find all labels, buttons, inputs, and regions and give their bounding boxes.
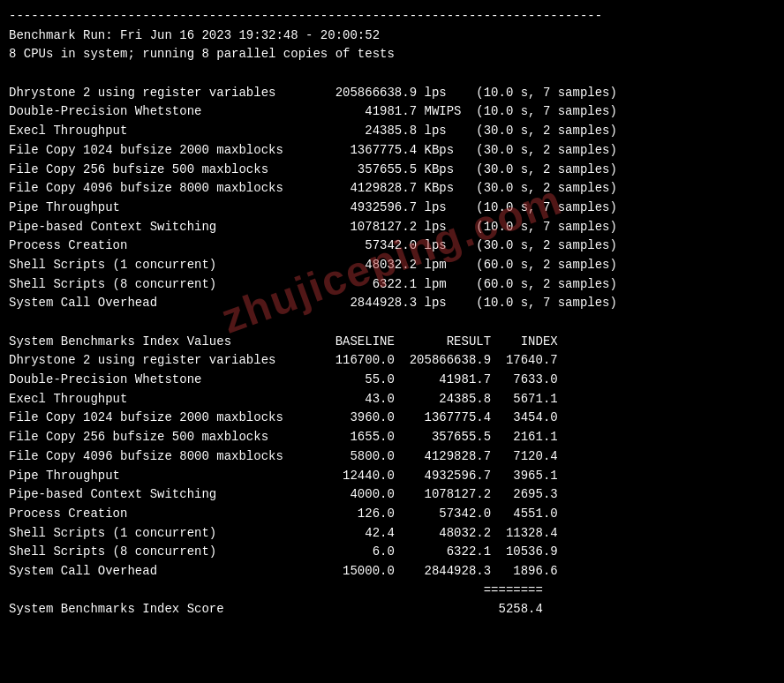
raw-benchmark-row: Double-Precision Whetstone 41981.7 MWIPS…	[9, 102, 775, 122]
index-section: System Benchmarks Index Values BASELINE …	[9, 333, 775, 619]
raw-benchmarks-section: Dhrystone 2 using register variables 205…	[9, 84, 775, 313]
raw-benchmark-row: Dhrystone 2 using register variables 205…	[9, 84, 775, 103]
index-benchmark-row: Shell Scripts (8 concurrent) 6.0 6322.1 …	[9, 543, 775, 562]
raw-benchmark-row: File Copy 256 bufsize 500 maxblocks 3576…	[9, 161, 775, 180]
score-line: System Benchmarks Index Score 5258.4	[9, 600, 775, 619]
index-benchmark-row: Execl Throughput 43.0 24385.8 5671.1	[9, 390, 775, 409]
header-line2: 8 CPUs in system; running 8 parallel cop…	[9, 45, 775, 64]
raw-benchmark-row: Process Creation 57342.0 lps (30.0 s, 2 …	[9, 236, 775, 256]
raw-benchmark-row: Execl Throughput 24385.8 lps (30.0 s, 2 …	[9, 122, 775, 141]
index-benchmark-row: Double-Precision Whetstone 55.0 41981.7 …	[9, 371, 775, 390]
index-benchmark-row: Shell Scripts (1 concurrent) 42.4 48032.…	[9, 524, 775, 544]
raw-benchmark-row: Pipe-based Context Switching 1078127.2 l…	[9, 218, 775, 237]
raw-benchmark-row: System Call Overhead 2844928.3 lps (10.0…	[9, 294, 775, 313]
header-line1: Benchmark Run: Fri Jun 16 2023 19:32:48 …	[9, 26, 775, 46]
index-benchmark-row: Process Creation 126.0 57342.0 4551.0	[9, 505, 775, 524]
raw-benchmark-row: File Copy 1024 bufsize 2000 maxblocks 13…	[9, 141, 775, 161]
index-benchmark-row: File Copy 4096 bufsize 8000 maxblocks 58…	[9, 447, 775, 467]
index-benchmark-row: Pipe-based Context Switching 4000.0 1078…	[9, 485, 775, 505]
index-benchmark-row: System Call Overhead 15000.0 2844928.3 1…	[9, 562, 775, 582]
raw-benchmark-row: Shell Scripts (1 concurrent) 48032.2 lpm…	[9, 256, 775, 275]
separator-top: ----------------------------------------…	[9, 9, 602, 23]
raw-benchmark-row: Pipe Throughput 4932596.7 lps (10.0 s, 7…	[9, 199, 775, 218]
raw-benchmark-row: Shell Scripts (8 concurrent) 6322.1 lpm …	[9, 275, 775, 295]
index-header-row: System Benchmarks Index Values BASELINE …	[9, 333, 775, 352]
index-benchmark-row: File Copy 256 bufsize 500 maxblocks 1655…	[9, 428, 775, 447]
raw-benchmark-row: File Copy 4096 bufsize 8000 maxblocks 41…	[9, 179, 775, 199]
index-benchmark-row: Dhrystone 2 using register variables 116…	[9, 351, 775, 371]
index-benchmark-row: File Copy 1024 bufsize 2000 maxblocks 39…	[9, 409, 775, 428]
index-benchmark-row: Pipe Throughput 12440.0 4932596.7 3965.1	[9, 467, 775, 486]
equals-line: ========	[9, 582, 775, 601]
